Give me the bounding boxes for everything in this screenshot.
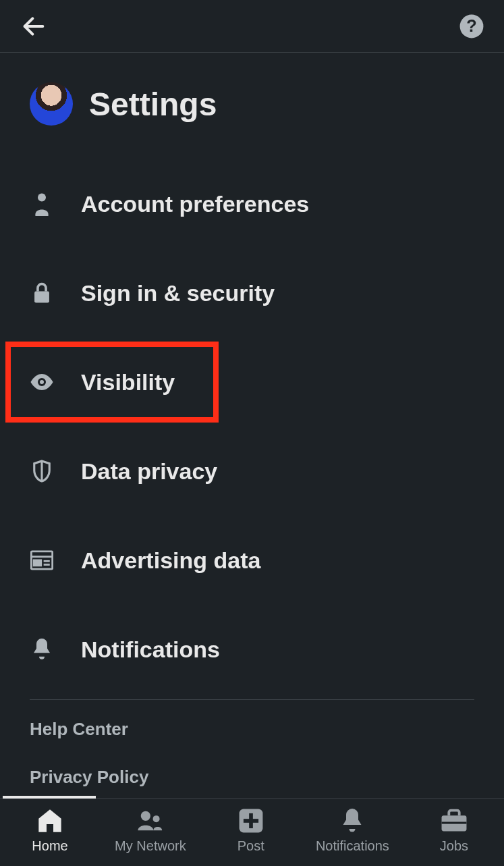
top-bar: ? (0, 0, 504, 53)
lock-icon (30, 281, 54, 305)
page-title: Settings (89, 86, 217, 123)
help-button[interactable]: ? (458, 13, 485, 40)
svg-point-6 (40, 380, 44, 384)
menu-item-sign-in-security[interactable]: Sign in & security (30, 248, 474, 337)
menu-item-label: Sign in & security (81, 280, 275, 306)
menu-item-visibility[interactable]: Visibility (30, 337, 474, 427)
person-icon (30, 192, 54, 216)
help-icon: ? (459, 13, 484, 39)
people-icon (137, 807, 164, 834)
footer-link-privacy-policy[interactable]: Privacy Policy (30, 767, 474, 788)
svg-rect-4 (34, 292, 49, 303)
menu-item-label: Advertising data (81, 547, 260, 574)
bottom-nav: Home My Network Post Notifications Jobs (0, 799, 504, 866)
svg-rect-18 (441, 822, 466, 824)
nav-label: Post (237, 838, 264, 854)
nav-label: My Network (115, 838, 186, 854)
menu-item-account-preferences[interactable]: Account preferences (30, 159, 474, 248)
svg-point-13 (152, 815, 159, 822)
shield-icon (30, 459, 54, 483)
title-row: Settings (0, 53, 504, 132)
svg-rect-9 (34, 560, 40, 566)
settings-menu: Account preferences Sign in & security V… (0, 132, 504, 694)
menu-item-label: Notifications (81, 637, 220, 663)
nav-label: Jobs (440, 838, 468, 854)
bell-icon (30, 637, 54, 661)
footer-links: Help Center Privacy Policy (0, 700, 504, 788)
menu-item-data-privacy[interactable]: Data privacy (30, 427, 474, 516)
menu-item-label: Visibility (81, 369, 175, 396)
back-button[interactable] (19, 11, 49, 41)
menu-item-label: Data privacy (81, 458, 217, 485)
nav-item-my-network[interactable]: My Network (115, 807, 186, 854)
menu-item-label: Account preferences (81, 191, 309, 217)
menu-item-notifications[interactable]: Notifications (30, 605, 474, 694)
nav-item-notifications[interactable]: Notifications (316, 807, 389, 854)
nav-item-post[interactable]: Post (224, 807, 278, 854)
menu-item-advertising-data[interactable]: Advertising data (30, 516, 474, 605)
svg-text:?: ? (466, 16, 476, 34)
eye-icon (30, 370, 54, 394)
nav-item-home[interactable]: Home (23, 807, 77, 854)
svg-point-3 (38, 193, 46, 201)
briefcase-icon (441, 807, 468, 834)
nav-label: Notifications (316, 838, 389, 854)
footer-link-help-center[interactable]: Help Center (30, 719, 474, 740)
arrow-left-icon (20, 13, 47, 40)
avatar[interactable] (30, 82, 73, 126)
nav-item-jobs[interactable]: Jobs (427, 807, 481, 854)
svg-rect-16 (244, 819, 258, 823)
nav-label: Home (32, 838, 67, 854)
svg-point-12 (141, 811, 150, 821)
bell-icon (339, 807, 366, 834)
home-icon (36, 807, 63, 834)
newspaper-icon (30, 548, 54, 572)
post-icon (237, 807, 264, 834)
